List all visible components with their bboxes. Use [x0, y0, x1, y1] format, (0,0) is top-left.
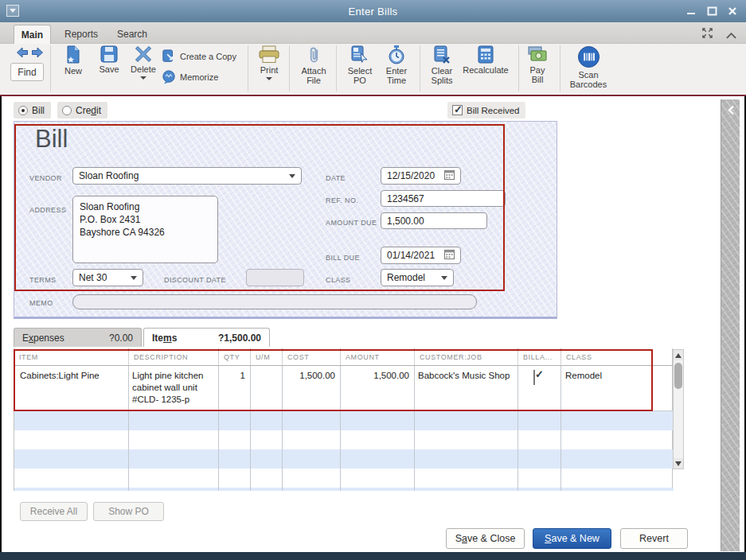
tab-reports[interactable]: Reports [59, 25, 104, 44]
empty-row[interactable] [14, 430, 674, 449]
window-menu-icon[interactable] [6, 5, 19, 17]
find-back-button[interactable] [16, 47, 29, 61]
scroll-down-button[interactable] [674, 458, 683, 469]
select-po-icon [350, 45, 369, 64]
discount-date-field[interactable] [246, 269, 304, 286]
minimize-button[interactable] [685, 6, 697, 16]
cell-qty[interactable]: 1 [218, 370, 245, 382]
cell-item[interactable]: Cabinets:Light Pine [20, 370, 100, 382]
find-forward-button[interactable] [31, 47, 44, 61]
enter-time-button[interactable]: Enter Time [379, 45, 414, 85]
window-title: Enter Bills [0, 6, 746, 18]
col-header-qty[interactable]: QTY [218, 348, 250, 366]
chevron-down-icon [441, 276, 447, 280]
empty-row[interactable] [14, 469, 674, 488]
cell-customer-job[interactable]: Babcock's Music Shop [418, 370, 517, 382]
cell-amount[interactable]: 1,500.00 [340, 370, 409, 382]
copy-document-icon [162, 49, 176, 64]
arrow-right-icon [31, 47, 44, 58]
tab-main[interactable]: Main [14, 25, 51, 44]
cell-billable-checkbox[interactable] [533, 370, 535, 385]
tab-search[interactable]: Search [111, 25, 153, 44]
tab-expenses[interactable]: Expenses ?0.00 [14, 328, 142, 347]
close-icon [728, 6, 737, 16]
col-header-amount[interactable]: AMOUNT [340, 348, 414, 366]
col-header-customer-job[interactable]: CUSTOMER:JOB [414, 348, 518, 366]
clear-splits-button[interactable]: Clear Splits [424, 45, 459, 85]
save-button[interactable]: Save [92, 45, 127, 74]
title-bar: Enter Bills [0, 0, 746, 22]
date-field[interactable]: 12/15/2020 [381, 167, 461, 185]
address-box[interactable]: Sloan Roofing P.O. Box 2431 Bayshore CA … [72, 196, 218, 263]
ref-no-field[interactable]: 1234567 [381, 190, 506, 207]
items-amount: ?1,500.00 [218, 332, 261, 344]
attach-file-button[interactable]: Attach File [295, 45, 332, 85]
chevron-down-icon [131, 276, 137, 280]
scrollbar-thumb[interactable] [674, 363, 682, 389]
address-label: ADDRESS [29, 206, 66, 214]
scroll-up-button[interactable] [674, 350, 683, 360]
barcode-icon [577, 45, 600, 68]
save-new-button[interactable]: Save & New [533, 528, 611, 549]
receive-all-button[interactable]: Receive All [20, 502, 88, 521]
scan-barcodes-button[interactable]: Scan Barcodes [567, 45, 610, 89]
delete-dropdown-caret[interactable] [140, 76, 146, 80]
revert-button[interactable]: Revert [620, 528, 688, 549]
bill-radio[interactable] [18, 106, 28, 115]
select-po-button[interactable]: Select PO [342, 45, 377, 85]
delete-button[interactable]: Delete [125, 45, 162, 80]
expand-window-button[interactable] [701, 27, 713, 42]
collapse-ribbon-button[interactable] [726, 28, 736, 42]
memo-field[interactable] [72, 294, 477, 309]
terms-dropdown[interactable]: Net 30 [72, 269, 143, 286]
minimize-icon [686, 6, 696, 16]
col-header-cost[interactable]: COST [282, 348, 340, 366]
pay-bill-button[interactable]: Pay Bill [521, 45, 553, 84]
discount-date-label: DISCOUNT DATE [164, 276, 226, 284]
calendar-icon[interactable] [444, 249, 455, 262]
amount-due-field[interactable]: 1,500.00 [381, 212, 487, 229]
empty-row[interactable] [14, 488, 674, 491]
col-header-class[interactable]: CLASS [560, 348, 674, 366]
form-area: Bill Credit Bill Received Bill VENDOR Sl… [2, 96, 721, 551]
memorize-button[interactable]: Memorize [162, 68, 251, 86]
cell-description[interactable]: Light pine kitchen cabinet wall unit #CL… [132, 370, 215, 406]
credit-radio[interactable] [62, 106, 72, 115]
history-panel-collapsed[interactable] [721, 99, 740, 551]
print-button[interactable]: Print [253, 45, 285, 80]
find-button[interactable]: Find [10, 63, 44, 81]
close-button[interactable] [727, 6, 738, 16]
calendar-icon[interactable] [444, 169, 455, 182]
print-dropdown-caret[interactable] [266, 77, 272, 80]
terms-label: TERMS [29, 276, 57, 284]
empty-row[interactable] [14, 449, 674, 469]
recalculate-button[interactable]: Recalculate [460, 45, 511, 75]
col-header-description[interactable]: DESCRIPTION [128, 348, 218, 366]
create-copy-button[interactable]: Create a Copy [162, 48, 251, 65]
cell-class[interactable]: Remodel [565, 370, 602, 382]
save-close-button[interactable]: Save & Close [446, 528, 525, 549]
bill-radio-option[interactable]: Bill [14, 102, 51, 119]
bill-received-checkbox[interactable] [452, 105, 463, 115]
show-po-button[interactable]: Show PO [93, 502, 164, 521]
window-bottom-edge [0, 552, 746, 560]
col-header-item[interactable]: ITEM [14, 348, 128, 366]
credit-radio-option[interactable]: Credit [57, 102, 107, 119]
cell-cost[interactable]: 1,500.00 [282, 370, 335, 382]
new-button[interactable]: New [56, 45, 91, 76]
vendor-dropdown[interactable]: Sloan Roofing [72, 167, 302, 185]
table-scrollbar[interactable] [673, 349, 684, 469]
col-header-billable[interactable]: BILLA... [518, 348, 560, 366]
stopwatch-icon [388, 45, 405, 64]
ribbon-tab-bar: Main Reports Search [0, 22, 746, 44]
empty-row[interactable] [14, 411, 674, 430]
chevron-left-icon[interactable] [728, 105, 734, 115]
paperclip-icon [307, 45, 321, 64]
tab-items[interactable]: Items ?1,500.00 [143, 328, 270, 347]
maximize-button[interactable] [706, 6, 717, 16]
bill-received-option[interactable]: Bill Received [447, 102, 525, 119]
bill-heading: Bill [35, 125, 68, 154]
col-header-um[interactable]: U/M [250, 348, 282, 366]
bill-due-field[interactable]: 01/14/2021 [381, 247, 461, 264]
class-dropdown[interactable]: Remodel [381, 269, 454, 286]
